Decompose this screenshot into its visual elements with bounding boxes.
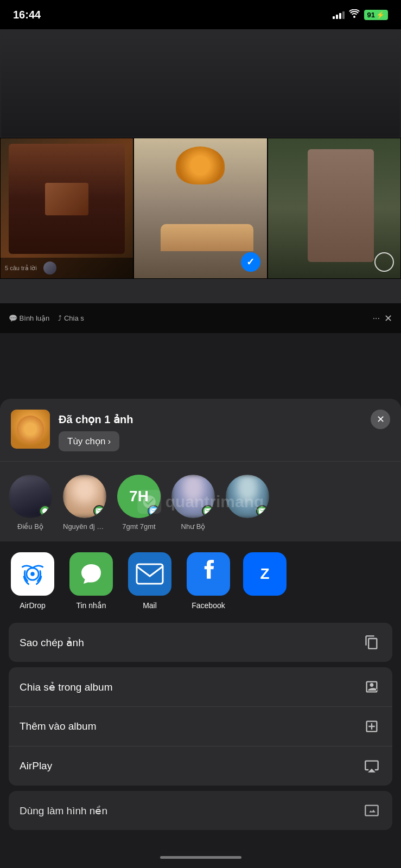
status-icons: 91 ⚡ (333, 9, 388, 20)
airplay-label: AirPlay (20, 760, 52, 772)
wifi-icon (349, 9, 360, 20)
wallpaper-icon (362, 801, 381, 820)
person-avatar-1 (9, 475, 52, 518)
person-item-5[interactable] (226, 475, 269, 531)
person-name-1: Điều Bộ (17, 522, 43, 531)
person-avatar-2 (63, 475, 106, 518)
person-item-3[interactable]: 7H 7gmt 7gmt (117, 475, 161, 531)
person-name-3: 7gmt 7gmt (122, 522, 155, 531)
person-avatar-4 (171, 475, 215, 518)
app-row: AirDrop Tin nhắn Mail (9, 552, 392, 610)
photo-cell-1[interactable]: 5 câu trả lời (0, 138, 133, 279)
share-album-icon (362, 677, 381, 697)
home-bar (160, 856, 241, 859)
messages-badge-3 (148, 505, 160, 517)
photo-background: 5 câu trả lời ✓ 💬 Bình luận ⤴ Chia s ···… (0, 29, 401, 333)
airplay-icon (362, 756, 381, 776)
share-title: Đã chọn 1 ảnh (59, 413, 390, 426)
app-row-container: AirDrop Tin nhắn Mail (0, 541, 401, 623)
person-name-2: Nguyên đj Bình (63, 522, 106, 531)
share-album-label: Chia sẻ trong album (20, 681, 112, 693)
action-card-2: Chia sẻ trong album Thêm vào album AirPl… (9, 667, 392, 786)
signal-icon (333, 10, 345, 19)
messages-badge-4 (202, 505, 214, 517)
share-album-action[interactable]: Chia sẻ trong album (9, 667, 392, 707)
action-list: Sao chép ảnh Chia sẻ trong album T (0, 623, 401, 846)
add-album-action[interactable]: Thêm vào album (9, 707, 392, 746)
messages-app-icon (69, 552, 113, 596)
app-item-messages[interactable]: Tin nhắn (67, 552, 115, 610)
close-button[interactable]: ✕ (371, 410, 390, 429)
share-sheet: Đã chọn 1 ảnh Tùy chọn › ✕ Điều Bộ (0, 399, 401, 868)
photo-cell-3[interactable] (268, 138, 401, 279)
home-indicator (0, 846, 401, 868)
photo-grid: 5 câu trả lời ✓ (0, 138, 401, 279)
wallpaper-action[interactable]: Dùng làm hình nền (9, 791, 392, 830)
facebook-app-icon (187, 552, 230, 596)
zalo-app-icon: Z (243, 552, 287, 596)
svg-point-0 (42, 508, 48, 514)
person-item-2[interactable]: Nguyên đj Bình (63, 475, 106, 531)
whatsapp-badge (39, 505, 51, 517)
add-album-icon (362, 717, 381, 736)
app-item-mail[interactable]: Mail (126, 552, 174, 610)
app-item-airdrop[interactable]: AirDrop (9, 552, 56, 610)
avatar-text-7h: 7H (129, 488, 149, 505)
bottom-bar: 💬 Bình luận ⤴ Chia s ··· ✕ (0, 303, 401, 333)
svg-point-2 (30, 572, 34, 576)
share-thumbnail (11, 410, 50, 449)
photo-cell-2[interactable]: ✓ (133, 138, 267, 279)
photo-unselected-3[interactable] (374, 252, 394, 272)
battery-indicator: 91 ⚡ (364, 10, 388, 20)
messages-badge-2 (93, 505, 105, 517)
messages-badge-5 (256, 505, 268, 517)
add-album-label: Thêm vào album (20, 720, 97, 732)
airdrop-app-icon (11, 552, 54, 596)
copy-photo-label: Sao chép ảnh (20, 636, 84, 649)
share-header-info: Đã chọn 1 ảnh Tùy chọn › (59, 410, 390, 451)
action-card-1: Sao chép ảnh (9, 623, 392, 662)
share-header: Đã chọn 1 ảnh Tùy chọn › ✕ (0, 399, 401, 462)
person-item[interactable]: Điều Bộ (9, 475, 52, 531)
wallpaper-label: Dùng làm hình nền (20, 805, 107, 817)
mail-label: Mail (143, 601, 157, 610)
copy-icon (362, 633, 381, 652)
action-card-3: Dùng làm hình nền (9, 791, 392, 830)
airdrop-label: AirDrop (20, 601, 45, 610)
person-avatar-3: 7H (117, 475, 161, 518)
copy-photo-action[interactable]: Sao chép ảnh (9, 623, 392, 662)
airplay-action[interactable]: AirPlay (9, 746, 392, 786)
person-avatar-5 (226, 475, 269, 518)
person-name-4: Như Bộ (181, 522, 206, 531)
people-section: Điều Bộ Nguyên đj Bình 7H (0, 462, 401, 541)
photo-selected-check[interactable]: ✓ (241, 252, 260, 272)
person-item-4[interactable]: Như Bộ (171, 475, 215, 531)
app-item-zalo[interactable]: Z (243, 552, 287, 610)
mail-app-icon (128, 552, 171, 596)
svg-rect-3 (137, 564, 163, 584)
facebook-label: Facebook (192, 601, 225, 610)
app-item-facebook[interactable]: Facebook (184, 552, 232, 610)
options-button[interactable]: Tùy chọn › (59, 431, 119, 451)
people-row: Điều Bộ Nguyên đj Bình 7H (0, 462, 401, 541)
status-time: 16:44 (13, 9, 41, 21)
messages-label: Tin nhắn (76, 601, 106, 610)
status-bar: 16:44 91 ⚡ (0, 0, 401, 29)
